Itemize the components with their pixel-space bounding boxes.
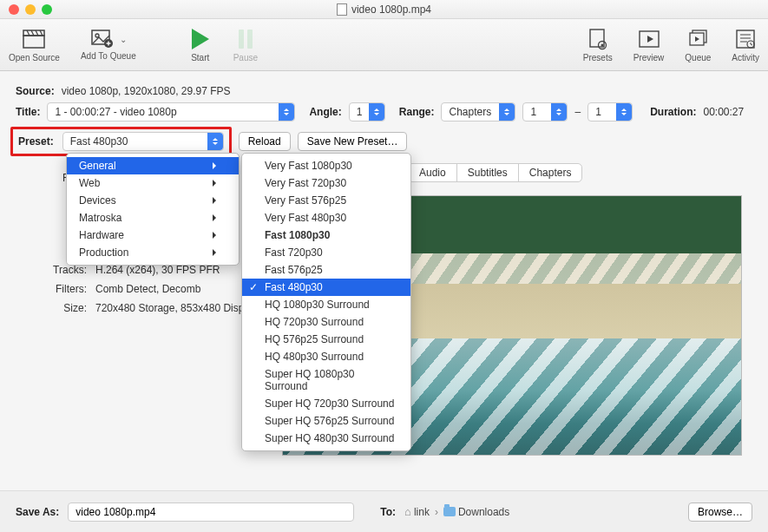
pause-icon	[233, 27, 258, 51]
preset-category-menu[interactable]: GeneralWebDevicesMatroskaHardwareProduct…	[66, 153, 240, 266]
size-label: Size:	[38, 302, 87, 314]
svg-point-7	[95, 34, 99, 37]
range-type-select[interactable]: Chapters	[441, 102, 515, 122]
path-seg-1: Downloads	[458, 506, 509, 518]
title-select[interactable]: 1 - 00:00:27 - video 1080p	[47, 102, 295, 122]
preset-items-menu[interactable]: Very Fast 1080p30Very Fast 720p30Very Fa…	[241, 153, 411, 451]
preset-category-item[interactable]: Web	[67, 174, 239, 192]
range-to-select[interactable]: 1	[587, 102, 633, 122]
start-label: Start	[191, 53, 209, 62]
range-to-value: 1	[595, 106, 601, 118]
range-from-select[interactable]: 1	[522, 102, 568, 122]
updown-icon	[279, 103, 294, 121]
add-to-queue-button[interactable]: ⌄ Add To Queue	[81, 27, 136, 62]
preset-select[interactable]: Fast 480p30	[62, 132, 224, 151]
open-source-button[interactable]: Open Source	[9, 27, 60, 62]
svg-line-25	[751, 44, 752, 45]
window-traffic-lights	[9, 4, 52, 15]
updown-icon	[551, 103, 567, 121]
preset-item[interactable]: Very Fast 480p30	[242, 209, 410, 227]
save-new-preset-label: Save New Preset…	[307, 135, 398, 148]
preset-item[interactable]: Fast 1080p30	[242, 227, 410, 244]
save-as-input[interactable]	[68, 502, 354, 522]
destination-path[interactable]: ⌂link Downloads	[404, 505, 509, 518]
preset-item[interactable]: Super HQ 576p25 Surround	[242, 412, 410, 430]
preset-category-item[interactable]: Hardware	[67, 227, 239, 244]
updown-icon	[207, 133, 223, 150]
title-select-value: 1 - 00:00:27 - video 1080p	[55, 106, 176, 118]
chevron-right-icon	[213, 229, 220, 241]
queue-label: Queue	[685, 53, 711, 62]
path-seg-0: link	[414, 506, 430, 518]
preview-icon	[637, 27, 661, 51]
tab-chapters[interactable]: Chapters	[519, 164, 582, 181]
svg-line-5	[40, 30, 43, 36]
reload-label: Reload	[248, 135, 281, 148]
window-title-text: video 1080p.mp4	[351, 3, 431, 16]
preset-item[interactable]: HQ 576p25 Surround	[242, 331, 410, 348]
preset-category-item[interactable]: Matroska	[67, 209, 239, 227]
preset-item[interactable]: Super HQ 720p30 Surround	[242, 395, 410, 412]
svg-line-3	[31, 30, 34, 36]
preset-item[interactable]: HQ 1080p30 Surround	[242, 296, 410, 313]
preview-button[interactable]: Preview	[633, 27, 665, 62]
tab-subtitles[interactable]: Subtitles	[457, 164, 519, 181]
start-button[interactable]: Start	[188, 27, 213, 62]
chevron-right-icon	[213, 194, 220, 207]
preset-select-value: Fast 480p30	[70, 135, 128, 148]
preset-category-item[interactable]: Production	[67, 244, 239, 261]
activity-log-icon	[733, 27, 758, 51]
updown-icon	[499, 103, 515, 121]
preset-item[interactable]: Fast 480p30	[242, 279, 410, 296]
preset-item[interactable]: Super HQ 1080p30 Surround	[242, 365, 410, 395]
preset-item[interactable]: Very Fast 1080p30	[242, 157, 410, 174]
window-title: video 1080p.mp4	[0, 3, 768, 16]
pause-label: Pause	[233, 53, 258, 62]
activity-button[interactable]: Activity	[732, 27, 759, 62]
preview-label: Preview	[633, 53, 665, 62]
home-icon: ⌂	[404, 505, 411, 518]
range-from-value: 1	[530, 106, 536, 118]
preset-highlight-box: Preset: Fast 480p30	[10, 127, 232, 156]
tab-audio[interactable]: Audio	[409, 164, 457, 181]
queue-stack-icon	[686, 27, 710, 51]
svg-line-2	[27, 30, 30, 36]
preset-category-item[interactable]: General	[67, 157, 239, 174]
preset-item[interactable]: Fast 720p30	[242, 244, 410, 261]
size-value: 720x480 Storage, 853x480 Display	[95, 302, 258, 314]
reload-button[interactable]: Reload	[239, 132, 291, 151]
title-label: Title:	[16, 106, 40, 118]
preset-item[interactable]: HQ 480p30 Surround	[242, 348, 410, 365]
angle-select[interactable]: 1	[349, 102, 385, 122]
close-window-button[interactable]	[9, 4, 19, 15]
duration-label: Duration:	[650, 106, 696, 118]
queue-button[interactable]: Queue	[685, 27, 711, 62]
play-icon	[188, 27, 213, 51]
filters-label: Filters:	[38, 283, 87, 295]
preset-item[interactable]: Very Fast 576p25	[242, 192, 410, 209]
duration-value: 00:00:27	[703, 106, 744, 118]
save-as-label: Save As:	[16, 506, 59, 518]
minimize-window-button[interactable]	[25, 4, 36, 15]
pause-button[interactable]: Pause	[233, 27, 258, 62]
fullscreen-window-button[interactable]	[42, 4, 52, 15]
chevron-right-icon	[213, 246, 220, 259]
range-separator: –	[574, 106, 581, 118]
presets-button[interactable]: Presets	[583, 27, 613, 62]
main-toolbar: Open Source ⌄ Add To Queue Start Pause	[0, 19, 768, 71]
updown-icon	[369, 103, 384, 121]
save-new-preset-button[interactable]: Save New Preset…	[298, 132, 408, 151]
filters-value: Comb Detect, Decomb	[95, 283, 200, 295]
preset-item[interactable]: Very Fast 720p30	[242, 174, 410, 192]
browse-button[interactable]: Browse…	[688, 502, 752, 522]
preset-item[interactable]: Super HQ 480p30 Surround	[242, 430, 410, 447]
presets-label: Presets	[583, 53, 613, 62]
source-label: Source:	[16, 85, 55, 97]
chevron-right-icon	[213, 177, 220, 189]
path-separator-icon	[433, 506, 440, 518]
open-source-label: Open Source	[9, 53, 60, 62]
preset-category-item[interactable]: Devices	[67, 192, 239, 209]
chevron-down-icon[interactable]: ⌄	[120, 35, 127, 44]
preset-item[interactable]: HQ 720p30 Surround	[242, 313, 410, 331]
preset-item[interactable]: Fast 576p25	[242, 261, 410, 279]
